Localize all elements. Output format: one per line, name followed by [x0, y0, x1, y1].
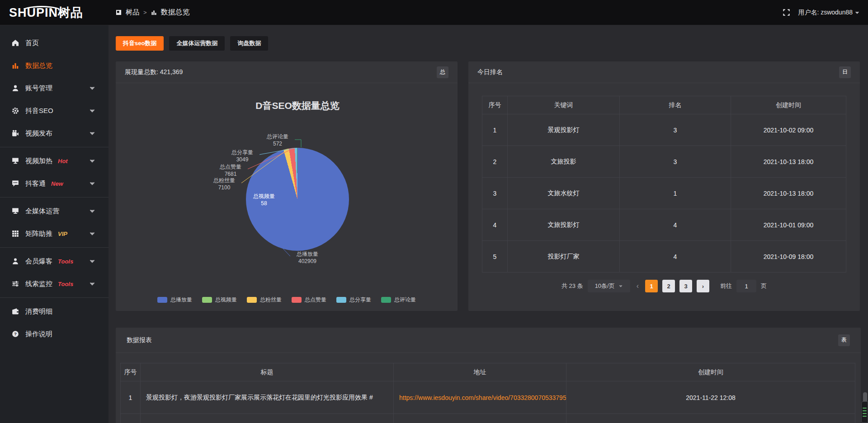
person-icon — [12, 258, 19, 265]
sidebar-item-矩阵助推[interactable]: 矩阵助推VIP — [0, 222, 108, 245]
sidebar-item-label: 操作说明 — [25, 330, 52, 338]
pie-label-likes: 总点赞量7681 — [214, 163, 247, 178]
table-cell: 2021-10-13 18:00 — [731, 178, 846, 209]
table-cell: 2021-10-09 18:00 — [731, 241, 846, 273]
screen-heat-icon — [12, 157, 19, 164]
chevron-down-icon — [618, 284, 623, 288]
breadcrumb-current: 数据总览 — [161, 8, 190, 17]
chevron-down-icon — [89, 258, 96, 265]
sidebar-divider — [0, 197, 108, 197]
pager-page-3[interactable]: 3 — [679, 280, 692, 292]
breadcrumb-root[interactable]: 树品 — [126, 8, 139, 17]
sidebar-item-label: 会员爆客 — [25, 257, 52, 266]
sidebar-item-视频加热[interactable]: 视频加热Hot — [0, 150, 108, 172]
sidebar-item-抖音SEO[interactable]: 抖音SEO — [0, 99, 108, 122]
pie-label-videos: 总视频量58 — [248, 193, 280, 207]
chevron-down-icon — [89, 130, 96, 137]
table-cell: 4 — [620, 241, 731, 273]
pagination: 共 23 条 10条/页 ‹ 123 › 前往 页 — [468, 280, 860, 292]
table-cell: 2021-10-02 09:00 — [731, 114, 846, 146]
sidebar-item-会员爆客[interactable]: 会员爆客Tools — [0, 250, 108, 273]
report-table-button[interactable]: 表 — [838, 334, 850, 346]
report-index: 1 — [121, 381, 141, 414]
sidebar-item-label: 矩阵助推 — [25, 230, 52, 238]
legend-swatch — [336, 297, 346, 303]
overview-total-label: 展现量总数: 421,369 — [125, 68, 183, 76]
pager-page-2[interactable]: 2 — [662, 280, 675, 292]
table-cell: 1 — [482, 114, 508, 146]
report-row: 1景观投影灯，夜游景观投影灯厂家展示展示落花灯在花园里的灯光投影应用效果 #ht… — [121, 381, 855, 414]
table-cell: 2021-10-13 18:00 — [731, 146, 846, 178]
sidebar-item-全媒体运营[interactable]: 全媒体运营 — [0, 200, 108, 222]
sidebar-item-消费明细[interactable]: 消费明细 — [0, 300, 108, 323]
goto-label: 前往 — [720, 282, 732, 290]
pie-chart: D音SEO数据量总览 总评论量572 总分享量3049 总点赞量7681 总粉丝… — [116, 83, 458, 311]
legend-item-总粉丝量[interactable]: 总粉丝量 — [247, 296, 282, 304]
sidebar-badge: Tools — [58, 281, 73, 287]
sidebar-item-首页[interactable]: 首页 — [0, 32, 108, 54]
sidebar-item-label: 视频发布 — [25, 129, 52, 138]
chat-icon — [12, 180, 19, 187]
table-cell: 3 — [482, 178, 508, 209]
pager-next-button[interactable]: › — [697, 280, 709, 292]
bar-chart-icon — [151, 9, 157, 15]
ranking-day-button[interactable]: 日 — [839, 66, 851, 78]
table-cell: 投影灯厂家 — [508, 241, 620, 273]
bar-chart-icon — [12, 62, 19, 69]
chevron-down-icon — [89, 180, 96, 187]
tab-全媒体运营数据[interactable]: 全媒体运营数据 — [169, 36, 225, 51]
pager-pages: 123 — [645, 280, 692, 292]
sliders-icon — [12, 280, 19, 287]
tab-询盘数据[interactable]: 询盘数据 — [230, 36, 268, 51]
pager-page-1[interactable]: 1 — [645, 280, 658, 292]
grid-icon — [12, 230, 19, 237]
legend-item-总点赞量[interactable]: 总点赞量 — [292, 296, 326, 304]
sidebar-badge: VIP — [58, 230, 67, 237]
pie-chart-title: D音SEO数据量总览 — [230, 99, 365, 112]
legend-item-总分享量[interactable]: 总分享量 — [336, 296, 371, 304]
app-square-icon — [116, 9, 122, 15]
legend-item-总评论量[interactable]: 总评论量 — [381, 296, 416, 304]
breadcrumb-separator: > — [143, 9, 147, 16]
page-size-select[interactable]: 10条/页 — [588, 280, 630, 292]
table-cell: 4 — [620, 209, 731, 241]
legend-item-总视频量[interactable]: 总视频量 — [202, 296, 237, 304]
sidebar-badge: Tools — [58, 258, 73, 265]
report-time-cell: 2021-11-22 12:08 — [566, 381, 855, 414]
report-panel: 数据报表 表 序号标题地址创建时间 1景观投影灯，夜游景观投影灯厂家展示展示落花… — [116, 328, 861, 423]
sidebar-item-线索监控[interactable]: 线索监控Tools — [0, 273, 108, 295]
wallet-icon — [12, 308, 19, 315]
pager-prev-button[interactable]: ‹ — [635, 282, 641, 290]
floating-widget[interactable] — [861, 401, 868, 423]
fullscreen-icon[interactable] — [783, 9, 790, 16]
report-url-link[interactable]: https://www.iesdouyin.com/share/video/70… — [399, 394, 566, 401]
pagination-total: 共 23 条 — [561, 282, 583, 290]
sidebar-item-label: 消费明细 — [25, 307, 52, 316]
legend-swatch — [292, 297, 302, 303]
main-content: 抖音seo数据全媒体运营数据询盘数据 展现量总数: 421,369 总 D音SE… — [108, 25, 868, 423]
ranking-title: 今日排名 — [477, 68, 503, 76]
sidebar-item-抖客通[interactable]: 抖客通New — [0, 172, 108, 195]
gear-icon — [12, 107, 19, 114]
ranking-panel: 今日排名 日 序号关键词排名创建时间 1景观投影灯32021-10-02 09:… — [468, 61, 860, 311]
legend-item-总播放量[interactable]: 总播放量 — [157, 296, 192, 304]
chevron-down-icon — [89, 207, 96, 215]
report-table: 序号标题地址创建时间 1景观投影灯，夜游景观投影灯厂家展示展示落花灯在花园里的灯… — [120, 363, 855, 423]
pie-label-plays: 总播放量402909 — [289, 250, 326, 265]
sidebar-divider — [0, 247, 108, 248]
sidebar-item-label: 视频加热 — [25, 157, 52, 165]
sidebar-item-数据总览[interactable]: 数据总览 — [0, 54, 108, 77]
sidebar-item-视频发布[interactable]: 视频发布 — [0, 122, 108, 145]
sidebar-badge: New — [51, 180, 63, 187]
sidebar-item-label: 抖客通 — [25, 179, 46, 188]
table-cell: 文旅投影灯 — [508, 209, 620, 241]
sidebar-divider — [0, 297, 108, 298]
tab-抖音seo数据[interactable]: 抖音seo数据 — [116, 36, 164, 51]
overview-total-button[interactable]: 总 — [437, 66, 448, 78]
column-header: 地址 — [394, 363, 566, 381]
goto-page-input[interactable] — [736, 280, 756, 292]
sidebar-item-操作说明[interactable]: ?操作说明 — [0, 323, 108, 345]
user-menu[interactable]: 用户名: zswodun88 — [798, 9, 860, 17]
monitor-icon — [12, 207, 19, 215]
sidebar-item-账号管理[interactable]: 账号管理 — [0, 77, 108, 99]
